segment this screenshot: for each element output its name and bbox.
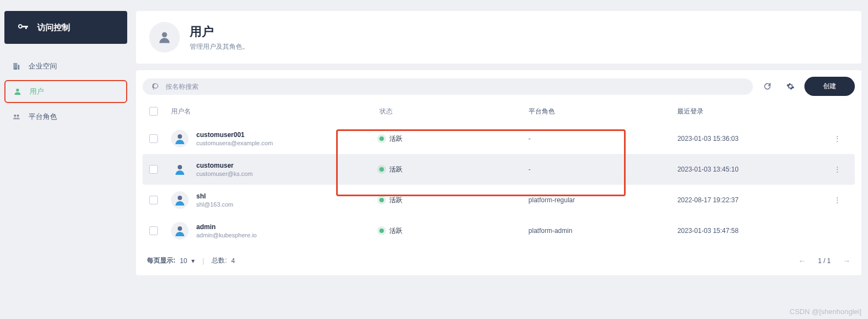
sidebar-item-label: 企业空间 [29, 61, 57, 71]
status-text: 活跃 [389, 134, 402, 144]
row-checkbox[interactable] [149, 226, 158, 235]
sidebar: 访问控制 企业空间 用户 平台角色 [4, 11, 127, 275]
user-avatar [171, 222, 189, 240]
svg-point-0 [16, 89, 19, 92]
login-cell: 2023-01-03 15:36:03 [677, 135, 826, 143]
role-cell: - [529, 135, 678, 143]
page-subtitle: 管理用户及其角色。 [190, 42, 249, 52]
svg-point-2 [17, 115, 19, 117]
page-indicator: 1 / 1 [818, 257, 831, 265]
row-checkbox[interactable] [149, 165, 158, 174]
search-input[interactable] [166, 83, 743, 90]
create-button[interactable]: 创建 [804, 77, 855, 96]
sidebar-item-workspace[interactable]: 企业空间 [4, 56, 127, 77]
sidebar-item-users[interactable]: 用户 [4, 80, 127, 103]
svg-point-6 [178, 196, 182, 200]
login-cell: 2023-01-03 15:47:58 [677, 227, 826, 235]
total-label: 总数: [212, 256, 226, 265]
person-icon [157, 30, 172, 45]
toolbar: 创建 [143, 77, 855, 96]
svg-point-5 [178, 165, 182, 169]
search-icon [152, 83, 160, 90]
username: shl [196, 192, 233, 200]
user-email: customuser@ks.com [196, 170, 253, 177]
page-header: 用户 管理用户及其角色。 [136, 11, 861, 64]
prev-page-button[interactable]: ← [798, 257, 806, 265]
username: customuser [196, 162, 253, 169]
sidebar-title: 访问控制 [37, 22, 70, 33]
status-text: 活跃 [389, 165, 402, 174]
user-email: customusera@example.com [196, 140, 273, 146]
svg-point-7 [178, 226, 182, 231]
per-page-value: 10 [180, 257, 187, 265]
key-icon [16, 21, 30, 34]
user-icon [13, 87, 22, 96]
sidebar-item-label: 用户 [30, 87, 44, 96]
search-wrap [143, 78, 753, 95]
table-card: 创建 用户名 状态 平台角色 最近登录 customuser001customu… [136, 70, 861, 275]
sidebar-item-roles[interactable]: 平台角色 [4, 106, 127, 127]
status-text: 活跃 [389, 226, 402, 236]
user-avatar [171, 130, 189, 147]
status-dot [379, 136, 384, 141]
watermark: CSDN @[shenhonglei] [790, 307, 861, 316]
table-row[interactable]: customuser001customusera@example.com活跃-2… [143, 123, 855, 154]
main-content: 用户 管理用户及其角色。 创建 [136, 11, 861, 275]
row-checkbox[interactable] [149, 196, 158, 204]
table-footer: 每页显示: 10 ▾ | 总数: 4 ← 1 / 1 → [143, 256, 855, 265]
role-cell: platform-admin [529, 227, 678, 235]
username: customuser001 [196, 131, 273, 139]
row-more-button[interactable]: ⋮ [826, 166, 848, 173]
user-email: shl@163.com [196, 201, 233, 208]
username: admin [196, 223, 257, 231]
col-header-name: 用户名 [171, 107, 379, 116]
status-dot [379, 167, 384, 172]
building-icon [12, 62, 21, 71]
status-text: 活跃 [389, 196, 402, 205]
col-header-login: 最近登录 [677, 107, 826, 116]
table-row[interactable]: customusercustomuser@ks.com活跃-2023-01-03… [143, 154, 855, 185]
next-page-button[interactable]: → [843, 257, 850, 265]
login-cell: 2022-08-17 19:22:37 [677, 196, 826, 204]
select-all-checkbox[interactable] [149, 107, 158, 116]
users-table: 用户名 状态 平台角色 最近登录 customuser001customuser… [143, 99, 855, 246]
svg-point-1 [14, 115, 16, 117]
refresh-button[interactable] [758, 78, 776, 95]
role-cell: - [529, 166, 678, 173]
table-header: 用户名 状态 平台角色 最近登录 [143, 99, 855, 123]
col-header-role: 平台角色 [529, 107, 678, 116]
user-avatar [171, 191, 189, 209]
role-cell: platform-regular [529, 196, 678, 204]
row-checkbox[interactable] [149, 134, 158, 143]
login-cell: 2023-01-03 13:45:10 [677, 166, 826, 173]
status-dot [379, 198, 384, 202]
sidebar-item-label: 平台角色 [29, 112, 57, 122]
total-value: 4 [231, 257, 235, 265]
user-email: admin@kubesphere.io [196, 232, 257, 238]
table-row[interactable]: shlshl@163.com活跃platform-regular2022-08-… [143, 185, 855, 215]
row-more-button[interactable]: ⋮ [826, 196, 848, 204]
status-dot [379, 229, 384, 233]
row-more-button[interactable]: ⋮ [826, 135, 848, 143]
gear-icon [786, 82, 795, 90]
settings-button[interactable] [781, 78, 799, 95]
table-row[interactable]: adminadmin@kubesphere.io活跃platform-admin… [143, 215, 855, 246]
user-avatar [171, 161, 189, 178]
page-title: 用户 [190, 24, 249, 40]
svg-point-4 [178, 134, 182, 139]
per-page-label: 每页显示: [147, 256, 175, 265]
col-header-status: 状态 [379, 107, 529, 116]
svg-point-3 [162, 32, 167, 37]
chevron-down-icon[interactable]: ▾ [191, 257, 195, 265]
role-icon [12, 112, 21, 121]
refresh-icon [763, 82, 771, 90]
page-icon [149, 22, 180, 53]
sidebar-header: 访问控制 [4, 11, 127, 44]
